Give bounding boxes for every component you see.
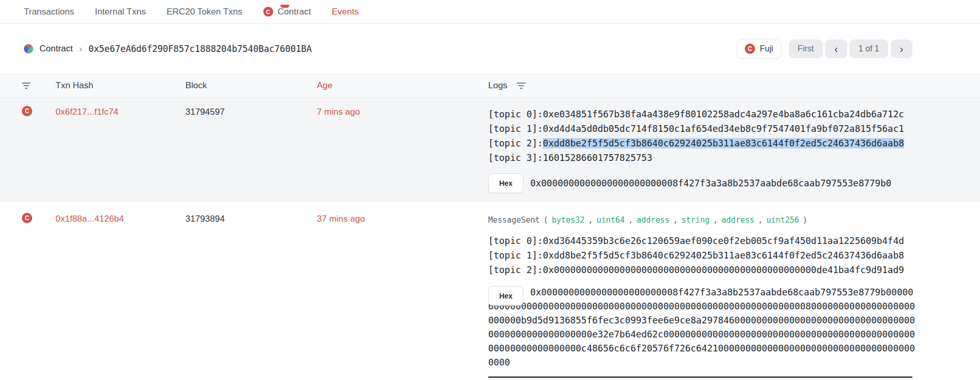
age-text: 7 mins ago	[317, 107, 360, 117]
contract-badge-icon: C	[22, 106, 32, 116]
hex-toggle-button[interactable]: Hex	[488, 173, 523, 193]
topic-label: [topic 0]:	[488, 109, 543, 119]
next-row-clipped-edge	[488, 376, 912, 378]
tab-events[interactable]: Events	[332, 7, 359, 17]
event-signature: MessageSent ( bytes32 , uint64 , address…	[488, 214, 915, 226]
topic-value: 0x00000000000000000000000000000000000000…	[543, 265, 904, 275]
contract-badge-icon: C	[263, 7, 273, 17]
first-page-button[interactable]: First	[789, 39, 823, 58]
tab-erc20-token-txns[interactable]: ERC20 Token Txns	[167, 7, 243, 17]
tab-transactions[interactable]: Transactions	[24, 7, 74, 17]
table-header: Txn Hash Block Age Logs	[0, 74, 980, 98]
topic-value: 0xd36445359b3c6e26c120659aef090ce0f2eb00…	[543, 236, 904, 246]
param-type: address	[721, 214, 754, 226]
log-data: Hex 0x0000000000000000000000008f427f3a3a…	[488, 286, 915, 370]
page-indicator: 1 of 1	[850, 39, 888, 58]
chevron-right-icon: ›	[900, 43, 904, 55]
contract-identicon	[24, 44, 33, 53]
clipped-red-badge-icon	[280, 5, 289, 8]
logs-filter-lines-icon[interactable]	[517, 83, 526, 89]
txn-hash-link[interactable]: 0x1f88a...4126b4	[56, 214, 124, 224]
param-type: address	[637, 214, 669, 226]
comma: ,	[588, 214, 593, 226]
network-name: Fuji	[760, 44, 773, 53]
chevron-left-icon: ‹	[834, 43, 838, 55]
param-type: uint64	[597, 214, 625, 226]
header-age[interactable]: Age	[317, 80, 332, 91]
txn-hash-link[interactable]: 0x6f217...f1fc74	[56, 107, 118, 117]
hex-data: 0x0000000000000000000000008f427f3a3a8b25…	[530, 178, 891, 188]
param-type: uint256	[767, 214, 799, 226]
log-topic: [topic 0]:0xd36445359b3c6e26c120659aef09…	[488, 234, 915, 248]
contract-header: Contract › 0x5e67eA6d6f290F857c1888204b7…	[0, 24, 980, 74]
breadcrumb-separator-icon: ›	[79, 44, 82, 55]
log-topic: [topic 2]:0xdd8be2f5f5d5cf3b8640c6292402…	[488, 136, 915, 151]
topic-list: [topic 0]:0xd36445359b3c6e26c120659aef09…	[488, 234, 915, 277]
block-number: 31793894	[185, 214, 225, 224]
tab-label: Internal Txns	[95, 7, 146, 17]
breadcrumb: Contract › 0x5e67eA6d6f290F857c1888204b7…	[24, 44, 312, 55]
prev-page-button[interactable]: ‹	[825, 39, 847, 58]
param-type: string	[681, 214, 709, 226]
event-row: C 0x1f88a...4126b4 31793894 37 mins ago …	[0, 201, 980, 380]
header-logs: Logs	[488, 80, 507, 91]
topic-value-highlighted: 0xdd8be2f5f5d5cf3b8640c62924025b311ae83c…	[543, 138, 904, 148]
log-topic: [topic 1]:0xdd8be2f5f5d5cf3b8640c6292402…	[488, 248, 915, 263]
header-txn-hash: Txn Hash	[56, 80, 93, 91]
topic-value: 0xe034851f567b38fa4a438e9f80102258adc4a2…	[543, 109, 904, 119]
param-type: bytes32	[552, 214, 584, 226]
topic-value: 0xdd8be2f5f5d5cf3b8640c62924025b311ae83c…	[543, 250, 904, 261]
log-topic: [topic 3]:16015286601757825753	[488, 151, 915, 165]
log-topics: MessageSent ( bytes32 , uint64 , address…	[488, 214, 915, 370]
block-number: 31794597	[185, 107, 225, 117]
tab-label: Transactions	[24, 7, 74, 17]
topic-value: 16015286601757825753	[543, 153, 652, 163]
tab-internal-txns[interactable]: Internal Txns	[95, 7, 146, 17]
next-page-button[interactable]: ›	[891, 39, 912, 58]
age-text: 37 mins ago	[317, 214, 365, 224]
tab-label: ERC20 Token Txns	[167, 7, 243, 17]
events-page: Transactions Internal Txns ERC20 Token T…	[0, 0, 980, 380]
topic-label: [topic 2]:	[488, 265, 543, 275]
contract-badge-icon: C	[22, 213, 32, 223]
log-topic: [topic 0]:0xe034851f567b38fa4a438e9f8010…	[488, 107, 915, 121]
network-badge-icon: C	[745, 44, 755, 54]
network-chip[interactable]: C Fuji	[737, 39, 781, 59]
topic-label: [topic 1]:	[488, 250, 543, 261]
tab-label: Contract	[278, 7, 311, 17]
event-row: C 0x6f217...f1fc74 31794597 7 mins ago […	[0, 98, 980, 201]
topic-label: [topic 3]:	[488, 153, 543, 163]
breadcrumb-section: Contract	[39, 44, 73, 54]
topic-label: [topic 1]:	[488, 124, 543, 134]
comma: ,	[713, 214, 718, 226]
log-topic: [topic 1]:0xd4d4a5d0db05dc714f8150c1af65…	[488, 121, 915, 136]
topic-label: [topic 0]:	[488, 236, 543, 246]
header-controls: C Fuji First ‹ 1 of 1 ›	[737, 39, 912, 59]
tab-contract[interactable]: C Contract	[263, 7, 311, 17]
hex-toggle-button[interactable]: Hex	[488, 286, 523, 306]
paren-close: )	[803, 214, 808, 226]
topic-value: 0xd4d4a5d0db05dc714f8150c1af654ed34eb8c9…	[543, 124, 904, 134]
tab-bar: Transactions Internal Txns ERC20 Token T…	[0, 0, 980, 24]
paren-open: (	[543, 214, 548, 226]
header-block: Block	[185, 80, 207, 91]
comma: ,	[758, 214, 763, 226]
comma: ,	[628, 214, 633, 226]
event-name: MessageSent	[488, 214, 540, 226]
log-topics: [topic 0]:0xe034851f567b38fa4a438e9f8010…	[488, 107, 915, 193]
tab-label: Events	[332, 7, 359, 17]
log-data: Hex 0x0000000000000000000000008f427f3a3a…	[488, 173, 915, 193]
log-topic: [topic 2]:0x0000000000000000000000000000…	[488, 263, 915, 277]
topic-label: [topic 2]:	[488, 138, 543, 148]
contract-address: 0x5e67eA6d6f290F857c1888204b7540Bac76001…	[88, 44, 312, 54]
filter-lines-icon[interactable]	[22, 83, 31, 89]
comma: ,	[673, 214, 678, 226]
hex-data: 0x0000000000000000000000008f427f3a3a8b25…	[488, 286, 915, 370]
